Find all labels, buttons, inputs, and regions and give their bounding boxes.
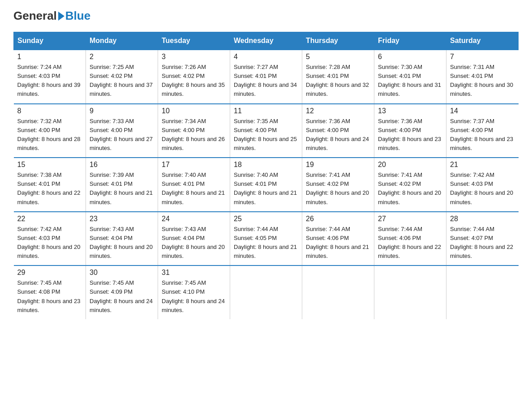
day-info: Sunrise: 7:36 AMSunset: 4:00 PMDaylight:… — [378, 117, 442, 153]
day-info: Sunrise: 7:45 AMSunset: 4:10 PMDaylight:… — [162, 278, 226, 315]
day-number: 18 — [234, 161, 298, 169]
header-monday: Monday — [86, 32, 158, 50]
header-friday: Friday — [374, 32, 446, 50]
day-number: 10 — [162, 107, 226, 115]
day-number: 16 — [90, 161, 154, 169]
day-info: Sunrise: 7:25 AMSunset: 4:02 PMDaylight:… — [90, 63, 154, 99]
calendar-cell: 23Sunrise: 7:43 AMSunset: 4:04 PMDayligh… — [86, 212, 158, 266]
day-number: 21 — [450, 161, 515, 169]
logo-blue-part: Blue — [57, 9, 90, 23]
week-row-5: 29Sunrise: 7:45 AMSunset: 4:08 PMDayligh… — [14, 265, 519, 319]
day-number: 24 — [162, 215, 226, 223]
page-header: General Blue — [13, 9, 519, 23]
header-wednesday: Wednesday — [230, 32, 302, 50]
calendar-cell: 24Sunrise: 7:43 AMSunset: 4:04 PMDayligh… — [158, 212, 230, 266]
day-info: Sunrise: 7:41 AMSunset: 4:02 PMDaylight:… — [378, 171, 442, 207]
week-row-3: 15Sunrise: 7:38 AMSunset: 4:01 PMDayligh… — [14, 158, 519, 212]
day-info: Sunrise: 7:44 AMSunset: 4:05 PMDaylight:… — [234, 225, 298, 261]
day-number: 5 — [306, 53, 370, 61]
day-number: 13 — [378, 107, 442, 115]
calendar-cell: 17Sunrise: 7:40 AMSunset: 4:01 PMDayligh… — [158, 158, 230, 212]
day-info: Sunrise: 7:30 AMSunset: 4:01 PMDaylight:… — [378, 63, 442, 99]
day-number: 9 — [90, 107, 154, 115]
calendar-cell: 16Sunrise: 7:39 AMSunset: 4:01 PMDayligh… — [86, 158, 158, 212]
day-info: Sunrise: 7:43 AMSunset: 4:04 PMDaylight:… — [90, 225, 154, 261]
calendar-cell: 11Sunrise: 7:35 AMSunset: 4:00 PMDayligh… — [230, 104, 302, 158]
calendar-cell: 26Sunrise: 7:44 AMSunset: 4:06 PMDayligh… — [302, 212, 374, 266]
calendar-cell: 14Sunrise: 7:37 AMSunset: 4:00 PMDayligh… — [446, 104, 519, 158]
week-row-1: 1Sunrise: 7:24 AMSunset: 4:03 PMDaylight… — [14, 50, 519, 104]
calendar-cell: 5Sunrise: 7:28 AMSunset: 4:01 PMDaylight… — [302, 50, 374, 104]
day-number: 14 — [450, 107, 515, 115]
calendar-cell: 25Sunrise: 7:44 AMSunset: 4:05 PMDayligh… — [230, 212, 302, 266]
day-info: Sunrise: 7:32 AMSunset: 4:00 PMDaylight:… — [17, 117, 82, 153]
day-number: 27 — [378, 215, 442, 223]
calendar-cell: 8Sunrise: 7:32 AMSunset: 4:00 PMDaylight… — [14, 104, 86, 158]
calendar-cell: 29Sunrise: 7:45 AMSunset: 4:08 PMDayligh… — [14, 265, 86, 319]
calendar-cell: 21Sunrise: 7:42 AMSunset: 4:03 PMDayligh… — [446, 158, 519, 212]
day-number: 8 — [17, 107, 82, 115]
calendar-cell: 18Sunrise: 7:40 AMSunset: 4:01 PMDayligh… — [230, 158, 302, 212]
logo-arrow-icon — [58, 12, 64, 21]
day-number: 6 — [378, 53, 442, 61]
day-number: 22 — [17, 215, 82, 223]
day-info: Sunrise: 7:31 AMSunset: 4:01 PMDaylight:… — [450, 63, 515, 99]
day-number: 29 — [17, 269, 82, 277]
day-number: 30 — [90, 269, 154, 277]
calendar-cell: 10Sunrise: 7:34 AMSunset: 4:00 PMDayligh… — [158, 104, 230, 158]
day-number: 1 — [17, 53, 82, 61]
day-info: Sunrise: 7:45 AMSunset: 4:08 PMDaylight:… — [17, 278, 82, 315]
day-info: Sunrise: 7:37 AMSunset: 4:00 PMDaylight:… — [450, 117, 515, 153]
day-number: 23 — [90, 215, 154, 223]
logo-general-text: General — [13, 9, 57, 23]
logo: General Blue — [13, 9, 90, 23]
calendar-cell — [374, 265, 446, 319]
day-info: Sunrise: 7:42 AMSunset: 4:03 PMDaylight:… — [450, 171, 515, 207]
calendar-cell: 28Sunrise: 7:44 AMSunset: 4:07 PMDayligh… — [446, 212, 519, 266]
day-info: Sunrise: 7:27 AMSunset: 4:01 PMDaylight:… — [234, 63, 298, 99]
calendar-cell: 3Sunrise: 7:26 AMSunset: 4:02 PMDaylight… — [158, 50, 230, 104]
day-info: Sunrise: 7:40 AMSunset: 4:01 PMDaylight:… — [162, 171, 226, 207]
calendar-cell: 20Sunrise: 7:41 AMSunset: 4:02 PMDayligh… — [374, 158, 446, 212]
day-info: Sunrise: 7:33 AMSunset: 4:00 PMDaylight:… — [90, 117, 154, 153]
day-number: 4 — [234, 53, 298, 61]
day-number: 11 — [234, 107, 298, 115]
day-number: 3 — [162, 53, 226, 61]
day-info: Sunrise: 7:26 AMSunset: 4:02 PMDaylight:… — [162, 63, 226, 99]
day-number: 2 — [90, 53, 154, 61]
calendar-cell — [446, 265, 519, 319]
logo-blue-text: Blue — [65, 9, 90, 23]
header-saturday: Saturday — [446, 32, 519, 50]
header-sunday: Sunday — [14, 32, 86, 50]
calendar-cell: 9Sunrise: 7:33 AMSunset: 4:00 PMDaylight… — [86, 104, 158, 158]
week-row-4: 22Sunrise: 7:42 AMSunset: 4:03 PMDayligh… — [14, 212, 519, 266]
day-number: 19 — [306, 161, 370, 169]
calendar-cell: 13Sunrise: 7:36 AMSunset: 4:00 PMDayligh… — [374, 104, 446, 158]
day-number: 12 — [306, 107, 370, 115]
calendar-cell: 27Sunrise: 7:44 AMSunset: 4:06 PMDayligh… — [374, 212, 446, 266]
week-row-2: 8Sunrise: 7:32 AMSunset: 4:00 PMDaylight… — [14, 104, 519, 158]
calendar-cell: 30Sunrise: 7:45 AMSunset: 4:09 PMDayligh… — [86, 265, 158, 319]
header-thursday: Thursday — [302, 32, 374, 50]
day-number: 25 — [234, 215, 298, 223]
day-info: Sunrise: 7:44 AMSunset: 4:06 PMDaylight:… — [306, 225, 370, 261]
calendar-cell: 6Sunrise: 7:30 AMSunset: 4:01 PMDaylight… — [374, 50, 446, 104]
day-number: 28 — [450, 215, 515, 223]
calendar-cell: 15Sunrise: 7:38 AMSunset: 4:01 PMDayligh… — [14, 158, 86, 212]
calendar-cell: 31Sunrise: 7:45 AMSunset: 4:10 PMDayligh… — [158, 265, 230, 319]
day-number: 15 — [17, 161, 82, 169]
day-info: Sunrise: 7:36 AMSunset: 4:00 PMDaylight:… — [306, 117, 370, 153]
calendar-cell: 22Sunrise: 7:42 AMSunset: 4:03 PMDayligh… — [14, 212, 86, 266]
day-number: 31 — [162, 269, 226, 277]
day-info: Sunrise: 7:28 AMSunset: 4:01 PMDaylight:… — [306, 63, 370, 99]
day-info: Sunrise: 7:24 AMSunset: 4:03 PMDaylight:… — [17, 63, 82, 99]
day-number: 26 — [306, 215, 370, 223]
day-info: Sunrise: 7:38 AMSunset: 4:01 PMDaylight:… — [17, 171, 82, 207]
day-info: Sunrise: 7:34 AMSunset: 4:00 PMDaylight:… — [162, 117, 226, 153]
calendar-cell: 4Sunrise: 7:27 AMSunset: 4:01 PMDaylight… — [230, 50, 302, 104]
calendar-cell: 12Sunrise: 7:36 AMSunset: 4:00 PMDayligh… — [302, 104, 374, 158]
header-tuesday: Tuesday — [158, 32, 230, 50]
day-info: Sunrise: 7:39 AMSunset: 4:01 PMDaylight:… — [90, 171, 154, 207]
day-number: 17 — [162, 161, 226, 169]
calendar-cell: 7Sunrise: 7:31 AMSunset: 4:01 PMDaylight… — [446, 50, 519, 104]
